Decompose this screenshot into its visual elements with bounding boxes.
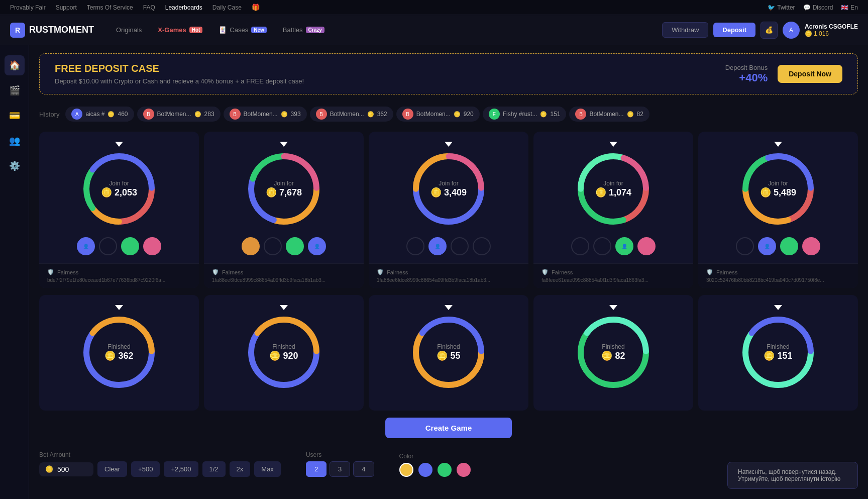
top-bar: Provably Fair Support Terms Of Service F… — [0, 0, 868, 15]
history-bar: History A aicas # 🪙 460 B BotMomen... 🪙 … — [39, 105, 858, 124]
slot-avatar — [473, 237, 491, 255]
sidebar-item-home[interactable]: 🏠 — [5, 55, 25, 75]
promo-banner: FREE DEPOSIT CASE Deposit $10.00 with Cr… — [39, 53, 858, 94]
logo[interactable]: R RUSTMOMENT — [10, 23, 94, 38]
sidebar-item-wallet[interactable]: 💳 — [5, 106, 25, 126]
donut-container: Join for 🪙 7,678 — [244, 149, 324, 229]
shield-icon: 🛡️ — [706, 269, 713, 275]
fairness-hash: 1fa88ee6fdce8999c88654a09ffd3b9faca18b1a… — [212, 277, 356, 283]
donut-center: Join for 🪙 5,489 — [760, 180, 796, 198]
slot-avatar — [264, 237, 282, 255]
shield-icon: 🛡️ — [212, 269, 219, 275]
deposit-button[interactable]: Deposit — [713, 23, 755, 37]
color-blue[interactable] — [418, 463, 432, 477]
list-item[interactable]: B BotMomen... 🪙 283 — [137, 107, 221, 122]
triangle-indicator — [609, 142, 617, 147]
avatar-row: 👤 — [77, 237, 161, 255]
history-label: History — [39, 111, 59, 118]
slot-avatar: 👤 — [615, 237, 633, 255]
color-pink[interactable] — [457, 463, 471, 477]
nav-terms[interactable]: Terms Of Service — [87, 4, 133, 11]
finished-card[interactable]: Finished 🪙 55 — [369, 295, 528, 411]
double-button[interactable]: 2x — [230, 461, 251, 477]
slot-avatar — [802, 237, 820, 255]
bet-input[interactable] — [57, 465, 87, 473]
half-button[interactable]: 1/2 — [202, 461, 226, 477]
users-4-button[interactable]: 4 — [353, 461, 374, 477]
withdraw-button[interactable]: Withdraw — [662, 22, 708, 38]
wallet-icon[interactable]: 💰 — [761, 22, 778, 39]
list-item[interactable]: B BotMomen... 🪙 920 — [396, 107, 480, 122]
max-button[interactable]: Max — [254, 461, 281, 477]
finish-label: Finished — [764, 343, 792, 350]
color-yellow[interactable] — [399, 463, 413, 477]
sidebar-item-users[interactable]: 👥 — [5, 131, 25, 151]
create-game-button[interactable]: Create Game — [385, 418, 512, 438]
donut-center: Finished 🪙 82 — [601, 343, 625, 361]
game-card[interactable]: Join for 🪙 2,053 👤 🛡️ Fairness bde7f2f79… — [39, 132, 199, 288]
battles-badge: Crazy — [306, 27, 324, 33]
clear-button[interactable]: Clear — [97, 461, 127, 477]
fairness-row: 🛡️ Fairness — [47, 269, 191, 275]
game-card[interactable]: Join for 🪙 7,678 👤 🛡️ Fairness 1fa88ee6f… — [204, 132, 364, 288]
avatar: A — [783, 22, 800, 39]
donut-container: Finished 🪙 362 — [79, 312, 159, 392]
shield-icon: 🛡️ — [377, 269, 384, 275]
game-card[interactable]: Join for 🪙 3,409 👤 🛡️ Fairness 1fa88ee6f… — [369, 132, 528, 288]
list-item[interactable]: A aicas # 🪙 460 — [65, 107, 134, 122]
logo-icon: R — [10, 23, 25, 38]
fairness-hash: 1fa88ee6fdce8999c88654a09ffd3b9faca18b1a… — [377, 277, 520, 283]
donut-container: Finished 🪙 55 — [408, 312, 489, 392]
triangle-indicator — [774, 142, 782, 147]
nav-right: Withdraw Deposit 💰 A Acronis CSGOFLE 🪙 1… — [662, 22, 858, 39]
nav-battles[interactable]: Battles Crazy — [276, 23, 332, 37]
nav-faq[interactable]: FAQ — [143, 4, 155, 11]
slot-avatar — [571, 237, 589, 255]
nav-originals[interactable]: Originals — [109, 23, 149, 37]
donut-container: Join for 🪙 2,053 — [79, 149, 159, 229]
twitter-link[interactable]: 🐦 Twitter — [768, 4, 795, 11]
join-value: 🪙 7,678 — [266, 187, 302, 198]
finished-card[interactable]: Finished 🪙 82 — [533, 295, 693, 411]
color-label: Color — [399, 453, 471, 460]
game-card[interactable]: Join for 🪙 5,489 👤 🛡️ Fairness 3020c5247… — [698, 132, 858, 288]
sidebar-item-settings[interactable]: ⚙️ — [5, 156, 25, 176]
fairness-label: Fairness — [387, 269, 408, 275]
add-2500-button[interactable]: +2,500 — [164, 461, 198, 477]
create-game-row: Create Game — [39, 418, 858, 438]
nav-cases[interactable]: 🃏 Cases New — [211, 23, 273, 37]
nav-leaderboards[interactable]: Leaderboards — [165, 4, 202, 11]
main-content: FREE DEPOSIT CASE Deposit $10.00 with Cr… — [29, 45, 868, 499]
deposit-now-button[interactable]: Deposit Now — [778, 65, 842, 83]
finished-card[interactable]: Finished 🪙 920 — [204, 295, 364, 411]
nav-support[interactable]: Support — [56, 4, 77, 11]
list-item[interactable]: B BotMomen... 🪙 393 — [224, 107, 307, 122]
sidebar-item-video[interactable]: 🎬 — [5, 80, 25, 101]
nav-provably-fair[interactable]: Provably Fair — [10, 4, 46, 11]
sidebar: 🏠 🎬 💳 👥 ⚙️ — [0, 45, 29, 499]
lang-selector[interactable]: 🇬🇧 En — [841, 4, 858, 11]
toast[interactable]: Натисніть, щоб повернутися назад. Утриму… — [727, 462, 858, 489]
list-item[interactable]: F Fishy #rust... 🪙 151 — [483, 107, 567, 122]
xgames-badge: Hot — [189, 27, 203, 33]
coin-icon: 🪙 — [45, 465, 53, 473]
join-value: 🪙 2,053 — [101, 187, 137, 198]
add-500-button[interactable]: +500 — [131, 461, 160, 477]
finished-card[interactable]: Finished 🪙 362 — [39, 295, 199, 411]
promo-title: FREE DEPOSIT CASE — [55, 63, 304, 74]
discord-link[interactable]: 💬 Discord — [803, 4, 833, 11]
color-green[interactable] — [438, 463, 452, 477]
avatar-row: 👤 — [571, 237, 656, 255]
list-item[interactable]: B BotMomen... 🪙 82 — [569, 107, 649, 122]
list-item[interactable]: B BotMomen... 🪙 362 — [310, 107, 393, 122]
game-card[interactable]: Join for 🪙 1,074 👤 🛡️ Fairness fa8feee61… — [533, 132, 693, 288]
users-3-button[interactable]: 3 — [330, 461, 350, 477]
nav-daily-case[interactable]: Daily Case — [212, 4, 242, 11]
avatar: B — [575, 109, 586, 120]
users-2-button[interactable]: 2 — [306, 461, 327, 477]
nav-xgames[interactable]: X-Games Hot — [151, 23, 209, 37]
donut-center: Join for 🪙 7,678 — [266, 180, 302, 198]
cases-badge: New — [251, 27, 267, 33]
finished-card[interactable]: Finished 🪙 151 — [698, 295, 858, 411]
game-card-top: Join for 🪙 7,678 👤 — [204, 132, 364, 263]
